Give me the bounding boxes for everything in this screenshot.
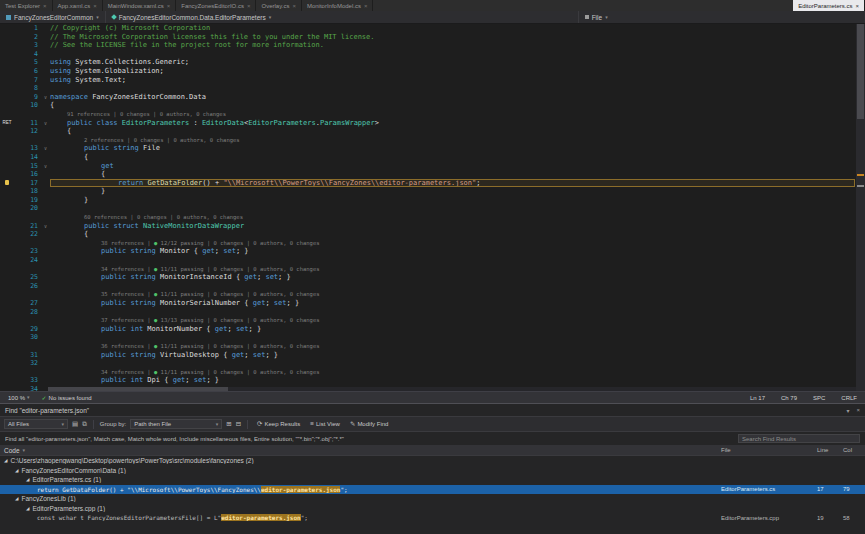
codelens-row[interactable]: 91 references | 0 changes | 0 authors, 0… — [0, 110, 865, 119]
breakpoint-margin[interactable] — [0, 136, 14, 145]
close-icon[interactable]: × — [292, 3, 296, 9]
breakpoint-margin[interactable] — [0, 247, 14, 256]
breakpoint-margin[interactable] — [0, 110, 14, 119]
tab-app-xaml-cs[interactable]: App.xaml.cs× — [53, 0, 103, 11]
find-result-group[interactable]: ◢EditorParameters.cs (1) — [0, 475, 865, 485]
find-result-group[interactable]: ◢EditorParameters.cpp (1) — [0, 504, 865, 514]
project-dropdown[interactable]: FancyZonesEditorCommon ▾ — [0, 11, 106, 23]
fold-icon[interactable]: ∨ — [41, 93, 50, 102]
codelens-row[interactable]: 37 references | ● 13/13 passing | 0 chan… — [0, 316, 865, 325]
breakpoint-margin[interactable] — [0, 222, 14, 231]
breakpoint-margin[interactable] — [0, 299, 14, 308]
breakpoint-margin[interactable] — [0, 342, 14, 351]
find-result-group[interactable]: ◢C:\Users\zhaopengwang\Desktop\powertoys… — [0, 456, 865, 466]
breakpoint-margin[interactable] — [0, 290, 14, 299]
breakpoint-margin[interactable] — [0, 67, 14, 76]
code-column-header[interactable]: Code ▾ — [0, 447, 721, 454]
scrollbar-thumb[interactable] — [48, 387, 228, 391]
breakpoint-margin[interactable] — [0, 325, 14, 334]
close-icon[interactable]: × — [856, 407, 860, 414]
tab-fancyzoneseditorio-cs[interactable]: FancyZonesEditorIO.cs× — [176, 0, 256, 11]
breakpoint-margin[interactable] — [0, 162, 14, 171]
document-health-indicator[interactable]: ✓ No issues found — [42, 394, 92, 401]
copy-icon[interactable]: ⧉ — [82, 421, 87, 428]
breakpoint-margin[interactable] — [0, 204, 14, 213]
tab-test-explorer[interactable]: Test Explorer× — [0, 0, 53, 11]
file-column-header[interactable]: File — [721, 447, 817, 453]
lightbulb-icon[interactable] — [5, 180, 9, 185]
find-result-group[interactable]: ◢FancyZonesEditorCommon\Data (1) — [0, 466, 865, 476]
zoom-control[interactable]: 100 % ▾ — [8, 395, 30, 401]
status-line[interactable]: Ln 17 — [750, 395, 765, 401]
type-dropdown[interactable]: FancyZonesEditorCommon.Data.EditorParame… — [106, 11, 579, 23]
breakpoint-margin[interactable] — [0, 333, 14, 342]
breakpoint-margin[interactable] — [0, 308, 14, 317]
expand-all-icon[interactable]: ⊞ — [226, 421, 231, 428]
keep-results-button[interactable]: ⟳ Keep Results — [254, 421, 303, 428]
breakpoint-margin[interactable] — [0, 273, 14, 282]
breakpoint-margin[interactable] — [0, 58, 14, 67]
breakpoint-margin[interactable] — [0, 385, 14, 391]
breakpoint-margin[interactable] — [0, 376, 14, 385]
status-indent-mode[interactable]: SPC — [813, 395, 825, 401]
open-file-icon[interactable]: ▤ — [72, 421, 78, 428]
codelens-row[interactable]: 34 references | ● 11/11 passing | 0 chan… — [0, 265, 865, 274]
files-filter-dropdown[interactable]: All Files ▾ — [4, 419, 68, 429]
breakpoint-margin[interactable] — [0, 316, 14, 325]
collapse-icon[interactable]: ◢ — [26, 506, 29, 511]
codelens-row[interactable]: 34 references | ● 11/11 passing | 0 chan… — [0, 368, 865, 377]
fold-icon[interactable]: ∨ — [41, 144, 50, 153]
breakpoint-margin[interactable] — [0, 265, 14, 274]
breakpoint-margin[interactable] — [0, 76, 14, 85]
member-dropdown[interactable]: File ▾ — [579, 11, 865, 23]
chevron-down-icon[interactable]: ▾ — [846, 407, 849, 414]
status-column[interactable]: Ch 79 — [781, 395, 797, 401]
breakpoint-margin[interactable] — [0, 359, 14, 368]
scrollbar-thumb[interactable] — [857, 24, 864, 119]
breakpoint-margin[interactable] — [0, 230, 14, 239]
collapse-icon[interactable]: ◢ — [15, 496, 18, 501]
breakpoint-margin[interactable] — [0, 368, 14, 377]
close-icon[interactable]: × — [247, 3, 251, 9]
breakpoint-margin[interactable] — [0, 282, 14, 291]
fold-icon[interactable]: ∨ — [41, 119, 50, 128]
modify-find-button[interactable]: ✎ Modify Find — [347, 421, 391, 428]
col-column-header[interactable]: Col — [843, 447, 865, 453]
breakpoint-margin[interactable] — [0, 196, 14, 205]
status-line-endings[interactable]: CRLF — [841, 395, 857, 401]
tab-overlay-cs[interactable]: Overlay.cs× — [256, 0, 301, 11]
find-result-match[interactable]: const wchar_t FancyZonesEditorParameters… — [0, 513, 865, 523]
tab-editorparameters-cs[interactable]: EditorParameters.cs × — [793, 0, 865, 11]
breakpoint-margin[interactable] — [0, 127, 14, 136]
breakpoint-margin[interactable] — [0, 84, 14, 93]
breakpoint-margin[interactable] — [0, 170, 14, 179]
close-icon[interactable]: × — [167, 3, 171, 9]
breakpoint-margin[interactable] — [0, 24, 14, 33]
line-column-header[interactable]: Line — [817, 447, 843, 453]
collapse-icon[interactable]: ◢ — [15, 468, 18, 473]
breakpoint-margin[interactable]: RET — [0, 119, 14, 128]
editor-horizontal-scrollbar[interactable] — [48, 387, 856, 391]
editor-scrollbar[interactable] — [856, 24, 865, 391]
codelens-row[interactable]: 38 references | ● 12/12 passing | 0 chan… — [0, 239, 865, 248]
close-icon[interactable]: × — [43, 3, 47, 9]
find-result-group[interactable]: ◢FancyZonesLib (1) — [0, 494, 865, 504]
breakpoint-margin[interactable] — [0, 50, 14, 59]
breakpoint-margin[interactable] — [0, 187, 14, 196]
codelens-row[interactable]: 36 references | ● 11/11 passing | 0 chan… — [0, 342, 865, 351]
codelens-row[interactable]: 2 references | 0 changes | 0 authors, 0 … — [0, 136, 865, 145]
close-icon[interactable]: × — [364, 3, 368, 9]
collapse-icon[interactable]: ◢ — [26, 477, 29, 482]
list-view-button[interactable]: ≡ List View — [307, 421, 343, 428]
breakpoint-margin[interactable] — [0, 351, 14, 360]
breakpoint-margin[interactable] — [0, 93, 14, 102]
breakpoint-margin[interactable] — [0, 101, 14, 110]
codelens-row[interactable]: 60 references | 0 changes | 0 authors, 0… — [0, 213, 865, 222]
fold-icon[interactable]: ∨ — [41, 222, 50, 231]
breakpoint-margin[interactable] — [0, 213, 14, 222]
code-editor[interactable]: 1// Copyright (c) Microsoft Corporation2… — [0, 24, 865, 391]
breakpoint-margin[interactable] — [0, 239, 14, 248]
collapse-all-icon[interactable]: ⊟ — [236, 421, 241, 428]
fold-icon[interactable]: ∨ — [41, 162, 50, 171]
breakpoint-margin[interactable] — [0, 144, 14, 153]
